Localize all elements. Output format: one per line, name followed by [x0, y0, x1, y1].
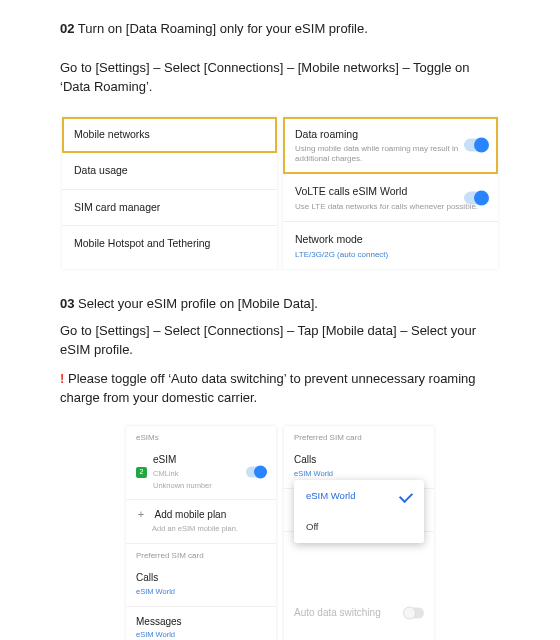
popup-option-esim-world[interactable]: eSIM World — [294, 480, 424, 512]
esim-sub2: Unknown number — [153, 481, 212, 492]
row-hotspot-tethering[interactable]: Mobile Hotspot and Tethering — [62, 226, 277, 262]
screenshot-1: Mobile networks Data usage SIM card mana… — [60, 115, 500, 272]
auto-data-switching-label: Auto data switching — [294, 607, 381, 618]
row-calls-left[interactable]: Calls eSIM World — [126, 563, 276, 606]
sim-card-manager-label: SIM card manager — [74, 201, 160, 213]
connections-panel: Mobile networks Data usage SIM card mana… — [62, 117, 277, 270]
step2-instruction: Go to [Settings] – Select [Connections] … — [60, 59, 500, 97]
sim-manager-panel: eSIMs 2 eSIM CMLink Unknown number + Add… — [126, 426, 276, 640]
row-messages-left[interactable]: Messages eSIM World — [126, 607, 276, 640]
esims-header: eSIMs — [126, 426, 276, 446]
step3-heading: 03 Select your eSIM profile on [Mobile D… — [60, 295, 500, 314]
mobile-networks-label: Mobile networks — [74, 128, 150, 140]
calls-right-label: Calls — [294, 454, 316, 465]
volte-label: VoLTE calls eSIM World — [295, 185, 407, 197]
check-icon — [399, 488, 413, 502]
network-mode-label: Network mode — [295, 233, 363, 245]
mobile-data-popup: eSIM World Off — [294, 480, 424, 544]
popup-option-off[interactable]: Off — [294, 511, 424, 543]
row-sim-card-manager[interactable]: SIM card manager — [62, 190, 277, 227]
warning-text: Please toggle off ‘Auto data switching’ … — [60, 371, 476, 405]
plus-icon: + — [136, 509, 146, 519]
warning-icon: ! — [60, 371, 64, 386]
step3-warning: ! Please toggle off ‘Auto data switching… — [60, 370, 500, 408]
preferred-sim-panel: Preferred SIM card Calls eSIM World Mess… — [284, 426, 434, 640]
esim-sub1: CMLink — [153, 469, 212, 480]
esim-badge: 2 — [136, 467, 147, 478]
volte-sub: Use LTE data networks for calls whenever… — [295, 202, 486, 212]
row-data-usage[interactable]: Data usage — [62, 153, 277, 190]
add-plan-label: Add mobile plan — [155, 509, 227, 520]
row-volte-calls[interactable]: VoLTE calls eSIM World Use LTE data netw… — [283, 174, 498, 222]
messages-left-sub: eSIM World — [136, 630, 266, 640]
row-data-roaming[interactable]: Data roaming Using mobile data while roa… — [283, 117, 498, 175]
volte-toggle[interactable] — [464, 191, 488, 204]
calls-left-label: Calls — [136, 572, 158, 583]
row-auto-data-switching[interactable]: Auto data switching — [284, 598, 434, 629]
data-roaming-toggle[interactable] — [464, 138, 488, 151]
step2-title-text: Turn on [Data Roaming] only for your eSI… — [78, 21, 368, 36]
data-roaming-sub: Using mobile data while roaming may resu… — [295, 144, 486, 163]
hotspot-tethering-label: Mobile Hotspot and Tethering — [74, 237, 210, 249]
row-network-mode[interactable]: Network mode LTE/3G/2G (auto connect) — [283, 222, 498, 269]
auto-data-switching-toggle[interactable] — [404, 608, 424, 619]
calls-left-sub: eSIM World — [136, 587, 266, 598]
preferred-sim-header-left: Preferred SIM card — [126, 544, 276, 564]
row-add-mobile-plan[interactable]: + Add mobile plan Add an eSIM mobile pla… — [126, 500, 276, 543]
row-esim-profile[interactable]: 2 eSIM CMLink Unknown number — [126, 445, 276, 500]
popup-opt2-label: Off — [306, 520, 319, 534]
preferred-sim-header-right: Preferred SIM card — [284, 426, 434, 446]
messages-left-label: Messages — [136, 616, 182, 627]
data-roaming-label: Data roaming — [295, 128, 358, 140]
data-usage-label: Data usage — [74, 164, 128, 176]
popup-opt1-label: eSIM World — [306, 489, 355, 503]
step3-number: 03 — [60, 296, 74, 311]
row-mobile-networks[interactable]: Mobile networks — [62, 117, 277, 154]
step3-title-text: Select your eSIM profile on [Mobile Data… — [78, 296, 318, 311]
esim-label: eSIM — [153, 454, 176, 465]
document-page: 02 Turn on [Data Roaming] only for your … — [0, 0, 560, 640]
add-plan-sub: Add an eSIM mobile plan. — [152, 524, 266, 535]
step3-instruction: Go to [Settings] – Select [Connections] … — [60, 322, 500, 360]
screenshot-2: eSIMs 2 eSIM CMLink Unknown number + Add… — [60, 426, 500, 640]
esim-enable-toggle[interactable] — [246, 467, 266, 478]
mobile-networks-panel: Data roaming Using mobile data while roa… — [283, 117, 498, 270]
network-mode-sub: LTE/3G/2G (auto connect) — [295, 250, 486, 260]
calls-right-sub: eSIM World — [294, 469, 424, 480]
step2-number: 02 — [60, 21, 74, 36]
step2-heading: 02 Turn on [Data Roaming] only for your … — [60, 20, 500, 39]
